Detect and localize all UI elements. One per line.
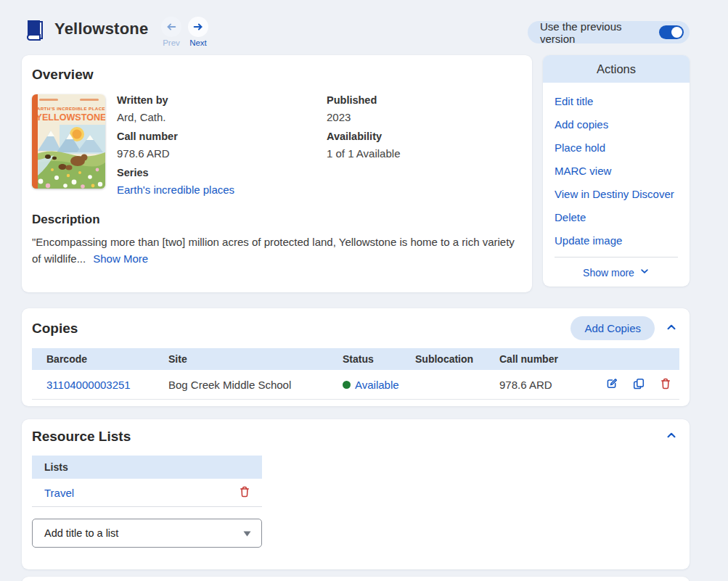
toggle-switch-icon[interactable] [659, 25, 684, 39]
overview-heading: Overview [32, 67, 522, 83]
actions-show-more-button[interactable]: Show more [543, 257, 690, 287]
list-name-link[interactable]: Travel [44, 487, 74, 499]
action-add-copies[interactable]: Add copies [555, 112, 678, 136]
toggle-label: Use the previous version [540, 20, 659, 45]
duplicate-copy-button[interactable] [632, 377, 645, 392]
field-value: 978.6 ARD [117, 147, 315, 160]
next-section-card-edge [22, 577, 690, 581]
field-value: 1 of 1 Available [327, 147, 522, 160]
show-more-label: Show more [583, 267, 634, 279]
arrow-right-icon [188, 17, 208, 37]
action-delete[interactable]: Delete [555, 205, 678, 228]
next-label: Next [189, 38, 207, 47]
available-status-dot-icon [343, 381, 351, 389]
show-more-description-link[interactable]: Show More [93, 252, 148, 265]
edit-copy-button[interactable] [605, 377, 618, 392]
call-number-cell: 978.6 ARD [499, 379, 605, 391]
list-item: Travel [32, 479, 262, 507]
field-call-number: Call number 978.6 ARD [117, 131, 315, 160]
field-value: Ard, Cath. [117, 111, 315, 123]
action-update-image[interactable]: Update image [555, 228, 678, 252]
actions-list: Edit title Add copies Place hold MARC vi… [543, 83, 690, 252]
book-icon [25, 19, 46, 45]
field-value: 2023 [327, 111, 522, 123]
prev-label: Prev [163, 38, 180, 47]
column-header-call-number: Call number [499, 353, 605, 365]
copies-table-header: Barcode Site Status Sublocation Call num… [32, 348, 679, 370]
column-header-status: Status [343, 353, 415, 365]
column-header-sublocation: Sublocation [415, 353, 499, 365]
field-published: Published 2023 [327, 94, 522, 123]
add-title-to-list-select[interactable]: Add title to a list [32, 519, 262, 548]
prev-button[interactable]: Prev [161, 17, 181, 47]
field-series: Series Earth's incredible places [117, 167, 315, 197]
action-place-hold[interactable]: Place hold [555, 136, 678, 159]
book-cover-image: EARTH'S INCREDIBLE PLACES YELLOWSTONE [32, 94, 105, 189]
action-view-in-destiny-discover[interactable]: View in Destiny Discover [555, 182, 678, 205]
overview-panel: Overview [22, 55, 532, 292]
field-label: Series [117, 167, 315, 178]
edit-icon [605, 377, 618, 392]
lists-table: Lists Travel [32, 456, 262, 507]
cover-series-text: EARTH'S INCREDIBLE PLACES [33, 106, 105, 111]
resource-lists-panel: Resource Lists Lists Travel Add t [22, 419, 690, 569]
column-header-site: Site [168, 353, 343, 365]
table-row: 31104000003251 Bog Creek Middle School A… [32, 370, 679, 400]
next-button[interactable]: Next [188, 17, 208, 47]
chevron-down-icon [639, 266, 650, 279]
field-availability: Availability 1 of 1 Available [327, 131, 522, 160]
description-text: "Encompassing more than [two] million ac… [32, 234, 515, 267]
description-section: Description "Encompassing more than [two… [32, 213, 522, 267]
copies-table: Barcode Site Status Sublocation Call num… [32, 348, 679, 400]
resource-lists-heading: Resource Lists [32, 429, 131, 445]
field-label: Call number [117, 131, 315, 142]
field-label: Availability [327, 131, 522, 142]
action-marc-view[interactable]: MARC view [555, 159, 678, 182]
cover-title-text: YELLOWSTONE [36, 112, 105, 123]
barcode-link[interactable]: 31104000003251 [46, 379, 131, 391]
series-link[interactable]: Earth's incredible places [117, 184, 234, 196]
copy-icon [632, 377, 645, 392]
lists-column-header: Lists [32, 456, 262, 479]
actions-panel: Actions Edit title Add copies Place hold… [543, 55, 690, 287]
column-header-barcode: Barcode [32, 353, 168, 365]
resource-lists-collapse-button[interactable] [666, 429, 677, 444]
field-label: Published [327, 94, 522, 106]
field-label: Written by [117, 94, 315, 106]
copies-panel: Copies Add Copies Barcode Site Status Su… [22, 308, 690, 406]
chevron-up-icon [666, 321, 677, 336]
copies-heading: Copies [32, 321, 78, 337]
delete-copy-button[interactable] [659, 377, 672, 392]
status-available-link[interactable]: Available [355, 379, 399, 391]
trash-icon [238, 485, 251, 500]
previous-version-toggle[interactable]: Use the previous version [528, 21, 690, 44]
chevron-up-icon [666, 429, 677, 444]
remove-from-list-button[interactable] [238, 485, 251, 500]
action-edit-title[interactable]: Edit title [555, 89, 678, 112]
arrow-left-icon [161, 17, 181, 37]
description-heading: Description [32, 213, 522, 227]
title-pagination: Prev Next [161, 17, 208, 47]
field-written-by: Written by Ard, Cath. [117, 94, 315, 123]
site-cell: Bog Creek Middle School [168, 379, 343, 391]
copies-collapse-button[interactable] [666, 321, 677, 336]
status-cell: Available [343, 379, 415, 391]
dropdown-caret-icon [243, 527, 251, 539]
actions-heading: Actions [543, 55, 690, 83]
trash-icon [659, 377, 672, 392]
add-copies-button[interactable]: Add Copies [570, 316, 655, 340]
page-title: Yellowstone [54, 20, 148, 38]
add-title-to-list-label: Add title to a list [44, 527, 118, 539]
